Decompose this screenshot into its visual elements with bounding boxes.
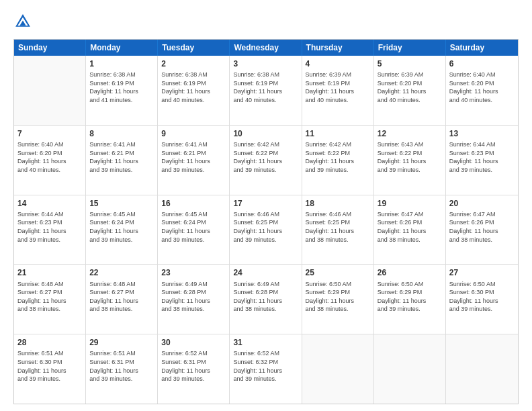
cell-info: Sunrise: 6:48 AMSunset: 6:27 PMDaylight:… [17, 280, 82, 314]
day-number: 10 [233, 128, 298, 139]
cell-info: Sunrise: 6:50 AMSunset: 6:30 PMDaylight:… [449, 280, 515, 314]
calendar-cell: 3Sunrise: 6:38 AMSunset: 6:19 PMDaylight… [230, 56, 302, 125]
cell-info: Sunrise: 6:40 AMSunset: 6:20 PMDaylight:… [17, 140, 82, 174]
calendar-cell: 18Sunrise: 6:46 AMSunset: 6:25 PMDayligh… [302, 195, 374, 265]
logo [13, 12, 35, 31]
calendar-cell: 6Sunrise: 6:40 AMSunset: 6:20 PMDaylight… [446, 56, 518, 125]
day-number: 13 [449, 128, 515, 139]
day-number: 31 [233, 337, 298, 348]
day-number: 9 [161, 128, 226, 139]
header-day-thursday: Thursday [302, 40, 374, 56]
calendar-row-2: 14Sunrise: 6:44 AMSunset: 6:23 PMDayligh… [14, 195, 518, 265]
day-number: 3 [233, 58, 298, 69]
day-number: 16 [161, 198, 226, 209]
calendar-cell: 10Sunrise: 6:42 AMSunset: 6:22 PMDayligh… [230, 126, 302, 195]
day-number: 2 [161, 58, 226, 69]
cell-info: Sunrise: 6:47 AMSunset: 6:26 PMDaylight:… [378, 210, 442, 244]
calendar-row-4: 28Sunrise: 6:51 AMSunset: 6:30 PMDayligh… [14, 334, 518, 404]
cell-info: Sunrise: 6:41 AMSunset: 6:21 PMDaylight:… [89, 140, 154, 174]
day-number: 4 [306, 58, 370, 69]
page: SundayMondayTuesdayWednesdayThursdayFrid… [0, 0, 532, 411]
calendar-cell: 21Sunrise: 6:48 AMSunset: 6:27 PMDayligh… [14, 265, 86, 334]
day-number: 20 [449, 198, 515, 209]
header-day-wednesday: Wednesday [230, 40, 302, 56]
calendar-row-3: 21Sunrise: 6:48 AMSunset: 6:27 PMDayligh… [14, 264, 518, 334]
cell-info: Sunrise: 6:48 AMSunset: 6:27 PMDaylight:… [89, 280, 154, 314]
calendar-header: SundayMondayTuesdayWednesdayThursdayFrid… [14, 40, 518, 56]
day-number: 30 [161, 337, 226, 348]
cell-info: Sunrise: 6:50 AMSunset: 6:29 PMDaylight:… [306, 280, 370, 314]
calendar-cell: 15Sunrise: 6:45 AMSunset: 6:24 PMDayligh… [86, 195, 158, 265]
cell-info: Sunrise: 6:41 AMSunset: 6:21 PMDaylight:… [161, 140, 226, 174]
calendar-cell: 30Sunrise: 6:52 AMSunset: 6:31 PMDayligh… [158, 334, 230, 404]
day-number: 14 [17, 198, 82, 209]
day-number: 11 [306, 128, 370, 139]
cell-info: Sunrise: 6:44 AMSunset: 6:23 PMDaylight:… [17, 210, 82, 244]
logo-icon [13, 12, 32, 31]
calendar-cell: 11Sunrise: 6:42 AMSunset: 6:22 PMDayligh… [302, 126, 374, 195]
cell-info: Sunrise: 6:45 AMSunset: 6:24 PMDaylight:… [161, 210, 226, 244]
header-day-sunday: Sunday [14, 40, 86, 56]
day-number: 15 [89, 198, 154, 209]
calendar-cell: 19Sunrise: 6:47 AMSunset: 6:26 PMDayligh… [374, 195, 446, 265]
day-number: 24 [233, 267, 298, 278]
day-number: 23 [161, 267, 226, 278]
calendar-cell: 9Sunrise: 6:41 AMSunset: 6:21 PMDaylight… [158, 126, 230, 195]
cell-info: Sunrise: 6:44 AMSunset: 6:23 PMDaylight:… [449, 140, 515, 174]
cell-info: Sunrise: 6:47 AMSunset: 6:26 PMDaylight:… [449, 210, 515, 244]
calendar-cell: 1Sunrise: 6:38 AMSunset: 6:19 PMDaylight… [86, 56, 158, 125]
day-number: 29 [89, 337, 154, 348]
cell-info: Sunrise: 6:39 AMSunset: 6:20 PMDaylight:… [378, 71, 442, 104]
calendar-cell: 23Sunrise: 6:49 AMSunset: 6:28 PMDayligh… [158, 265, 230, 334]
day-number: 27 [449, 267, 515, 278]
cell-info: Sunrise: 6:49 AMSunset: 6:28 PMDaylight:… [233, 280, 298, 314]
header-day-monday: Monday [86, 40, 158, 56]
day-number: 12 [378, 128, 442, 139]
cell-info: Sunrise: 6:52 AMSunset: 6:32 PMDaylight:… [233, 349, 298, 383]
calendar-cell: 22Sunrise: 6:48 AMSunset: 6:27 PMDayligh… [86, 265, 158, 334]
cell-info: Sunrise: 6:38 AMSunset: 6:19 PMDaylight:… [161, 71, 226, 104]
day-number: 22 [89, 267, 154, 278]
calendar-row-0: 1Sunrise: 6:38 AMSunset: 6:19 PMDaylight… [14, 56, 518, 125]
cell-info: Sunrise: 6:40 AMSunset: 6:20 PMDaylight:… [449, 71, 515, 104]
calendar-cell: 7Sunrise: 6:40 AMSunset: 6:20 PMDaylight… [14, 126, 86, 195]
cell-info: Sunrise: 6:45 AMSunset: 6:24 PMDaylight:… [89, 210, 154, 244]
calendar-cell: 4Sunrise: 6:39 AMSunset: 6:19 PMDaylight… [302, 56, 374, 125]
cell-info: Sunrise: 6:46 AMSunset: 6:25 PMDaylight:… [306, 210, 370, 244]
calendar-cell: 2Sunrise: 6:38 AMSunset: 6:19 PMDaylight… [158, 56, 230, 125]
cell-info: Sunrise: 6:38 AMSunset: 6:19 PMDaylight:… [233, 71, 298, 104]
day-number: 8 [89, 128, 154, 139]
cell-info: Sunrise: 6:43 AMSunset: 6:22 PMDaylight:… [378, 140, 442, 174]
calendar-cell: 24Sunrise: 6:49 AMSunset: 6:28 PMDayligh… [230, 265, 302, 334]
cell-info: Sunrise: 6:52 AMSunset: 6:31 PMDaylight:… [161, 349, 226, 383]
calendar-row-1: 7Sunrise: 6:40 AMSunset: 6:20 PMDaylight… [14, 125, 518, 195]
cell-info: Sunrise: 6:49 AMSunset: 6:28 PMDaylight:… [161, 280, 226, 314]
day-number: 19 [378, 198, 442, 209]
calendar-cell [302, 334, 374, 404]
calendar-cell: 13Sunrise: 6:44 AMSunset: 6:23 PMDayligh… [446, 126, 518, 195]
cell-info: Sunrise: 6:38 AMSunset: 6:19 PMDaylight:… [89, 71, 154, 104]
cell-info: Sunrise: 6:42 AMSunset: 6:22 PMDaylight:… [233, 140, 298, 174]
day-number: 18 [306, 198, 370, 209]
day-number: 5 [378, 58, 442, 69]
header [13, 12, 519, 31]
calendar-cell [446, 334, 518, 404]
day-number: 21 [17, 267, 82, 278]
calendar-cell: 28Sunrise: 6:51 AMSunset: 6:30 PMDayligh… [14, 334, 86, 404]
calendar-cell [374, 334, 446, 404]
day-number: 25 [306, 267, 370, 278]
calendar-cell: 27Sunrise: 6:50 AMSunset: 6:30 PMDayligh… [446, 265, 518, 334]
day-number: 6 [449, 58, 515, 69]
calendar-cell: 20Sunrise: 6:47 AMSunset: 6:26 PMDayligh… [446, 195, 518, 265]
header-day-saturday: Saturday [446, 40, 518, 56]
calendar-cell: 29Sunrise: 6:51 AMSunset: 6:31 PMDayligh… [86, 334, 158, 404]
calendar-cell: 31Sunrise: 6:52 AMSunset: 6:32 PMDayligh… [230, 334, 302, 404]
cell-info: Sunrise: 6:51 AMSunset: 6:30 PMDaylight:… [17, 349, 82, 383]
cell-info: Sunrise: 6:42 AMSunset: 6:22 PMDaylight:… [306, 140, 370, 174]
cell-info: Sunrise: 6:50 AMSunset: 6:29 PMDaylight:… [378, 280, 442, 314]
day-number: 28 [17, 337, 82, 348]
day-number: 7 [17, 128, 82, 139]
calendar-cell [14, 56, 86, 125]
cell-info: Sunrise: 6:51 AMSunset: 6:31 PMDaylight:… [89, 349, 154, 383]
calendar-body: 1Sunrise: 6:38 AMSunset: 6:19 PMDaylight… [14, 56, 518, 404]
